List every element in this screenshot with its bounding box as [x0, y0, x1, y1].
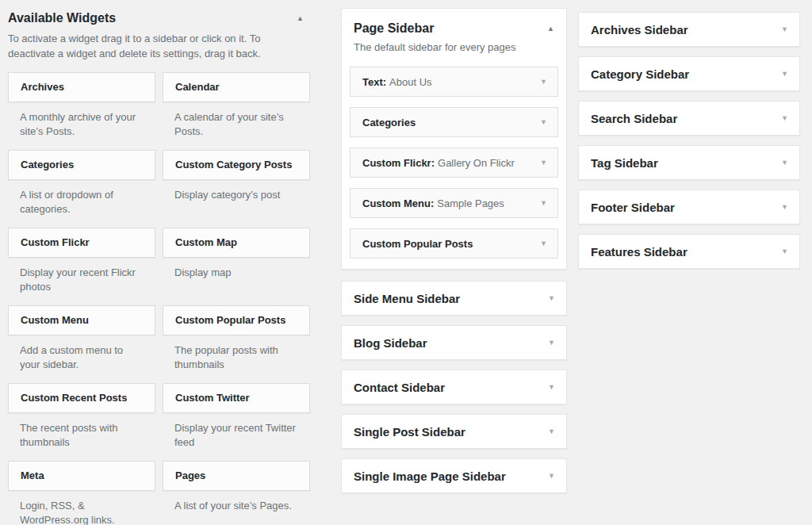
available-widgets-section: Available Widgets ▲ To activate a widget…	[8, 11, 310, 525]
widget-categories-title: Categories	[21, 159, 74, 171]
sidebar-single-post[interactable]: Single Post Sidebar ▼	[341, 414, 567, 449]
sidebar-widget-label: Text:	[362, 76, 386, 88]
sidebar-blog[interactable]: Blog Sidebar ▼	[341, 325, 567, 360]
sidebar-title: Contact Sidebar	[354, 381, 445, 394]
sidebar-title: Footer Sidebar	[591, 201, 675, 214]
widget-archives-title: Archives	[21, 81, 64, 93]
widget-cell-custom-popular-posts: Custom Popular Posts The popular posts w…	[163, 305, 310, 383]
widget-archives-description: A monthly archive of your site’s Posts.	[8, 110, 155, 140]
sidebar-category[interactable]: Category Sidebar ▼	[578, 56, 800, 91]
widget-meta[interactable]: Meta	[8, 461, 155, 491]
page-sidebar-header[interactable]: Page Sidebar ▲	[342, 9, 566, 36]
widget-cell-custom-twitter: Custom Twitter Display your recent Twitt…	[163, 383, 310, 461]
widget-calendar-description: A calendar of your site’s Posts.	[163, 110, 310, 140]
chevron-down-icon[interactable]: ▼	[781, 26, 788, 33]
page-sidebar-panel: Page Sidebar ▲ The default sidebar for e…	[341, 8, 567, 270]
widget-cell-archives: Archives A monthly archive of your site’…	[8, 72, 155, 150]
sidebar-widget-subtitle: About Us	[389, 76, 431, 88]
available-widgets-title: Available Widgets	[8, 11, 116, 25]
widget-custom-recent-posts-description: The recent posts with thumbnails	[8, 421, 155, 450]
chevron-down-icon[interactable]: ▼	[540, 240, 547, 247]
sidebar-title: Features Sidebar	[591, 245, 688, 259]
widget-custom-map-title: Custom Map	[175, 236, 237, 248]
chevron-down-icon[interactable]: ▼	[548, 339, 555, 347]
widget-calendar-title: Calendar	[175, 81, 220, 93]
sidebar-side-menu[interactable]: Side Menu Sidebar ▼	[341, 281, 567, 316]
sidebar-search[interactable]: Search Sidebar ▼	[578, 101, 800, 136]
widget-custom-category-posts[interactable]: Custom Category Posts	[163, 150, 310, 180]
widget-archives[interactable]: Archives	[8, 72, 155, 102]
sidebar-title: Search Sidebar	[591, 112, 677, 125]
available-widgets-grid: Archives A monthly archive of your site’…	[8, 72, 310, 525]
sidebar-widget-custom-menu[interactable]: Custom Menu: Sample Pages ▼	[350, 188, 558, 218]
sidebar-footer[interactable]: Footer Sidebar ▼	[578, 190, 800, 224]
sidebar-title: Single Image Page Sidebar	[354, 469, 506, 483]
widget-custom-recent-posts-title: Custom Recent Posts	[21, 392, 127, 404]
sidebars-column-primary: Page Sidebar ▲ The default sidebar for e…	[341, 8, 567, 503]
widget-custom-flickr[interactable]: Custom Flickr	[8, 228, 155, 258]
widget-cell-custom-map: Custom Map Display map	[163, 228, 310, 305]
sidebar-features[interactable]: Features Sidebar ▼	[578, 234, 800, 269]
widget-categories[interactable]: Categories	[8, 150, 155, 180]
chevron-down-icon[interactable]: ▼	[540, 119, 547, 126]
sidebars-column-secondary: Archives Sidebar ▼ Category Sidebar ▼ Se…	[578, 12, 800, 278]
chevron-down-icon[interactable]: ▼	[781, 204, 788, 211]
sidebar-title: Side Menu Sidebar	[354, 292, 460, 305]
widget-cell-custom-menu: Custom Menu Add a custom menu to your si…	[8, 305, 155, 383]
sidebar-widget-custom-popular-posts[interactable]: Custom Popular Posts ▼	[350, 228, 558, 259]
widget-pages[interactable]: Pages	[163, 461, 310, 491]
chevron-down-icon[interactable]: ▼	[781, 71, 788, 78]
widget-cell-calendar: Calendar A calendar of your site’s Posts…	[163, 72, 310, 150]
widget-custom-flickr-title: Custom Flickr	[21, 236, 90, 248]
widget-meta-title: Meta	[21, 469, 44, 481]
chevron-down-icon[interactable]: ▼	[781, 248, 788, 255]
sidebar-title: Blog Sidebar	[354, 336, 427, 350]
widget-cell-custom-flickr: Custom Flickr Display your recent Flickr…	[8, 228, 155, 305]
widget-custom-menu-description: Add a custom menu to your sidebar.	[8, 343, 155, 373]
sidebar-widget-subtitle: Sample Pages	[437, 197, 504, 209]
sidebar-tag[interactable]: Tag Sidebar ▼	[578, 145, 800, 180]
sidebar-widget-categories[interactable]: Categories ▼	[350, 107, 558, 137]
sidebar-widget-label: Custom Menu:	[362, 197, 434, 209]
widget-calendar[interactable]: Calendar	[163, 72, 310, 102]
sidebar-title: Archives Sidebar	[591, 23, 688, 36]
widget-custom-recent-posts[interactable]: Custom Recent Posts	[8, 383, 155, 413]
chevron-down-icon[interactable]: ▼	[548, 428, 555, 435]
widget-custom-map-description: Display map	[163, 266, 310, 295]
sidebar-widget-subtitle: Gallery On Flickr	[438, 157, 515, 169]
widget-cell-custom-category-posts: Custom Category Posts Display category’s…	[163, 150, 310, 228]
widget-cell-meta: Meta Login, RSS, & WordPress.org links.	[8, 461, 155, 525]
collapse-up-icon[interactable]: ▲	[297, 15, 304, 22]
chevron-down-icon[interactable]: ▼	[781, 115, 788, 122]
collapse-up-icon[interactable]: ▲	[547, 25, 554, 33]
widget-custom-category-posts-description: Display category’s post	[163, 188, 310, 217]
sidebar-title: Category Sidebar	[591, 67, 689, 81]
widget-custom-map[interactable]: Custom Map	[163, 228, 310, 258]
widget-custom-popular-posts-description: The popular posts with thumbnails	[163, 343, 310, 373]
widget-custom-popular-posts[interactable]: Custom Popular Posts	[163, 305, 310, 335]
widget-cell-pages: Pages A list of your site’s Pages.	[163, 461, 310, 525]
chevron-down-icon[interactable]: ▼	[540, 200, 547, 207]
chevron-down-icon[interactable]: ▼	[540, 79, 547, 86]
widget-custom-menu[interactable]: Custom Menu	[8, 305, 155, 335]
widget-categories-description: A list or dropdown of categories.	[8, 188, 155, 217]
chevron-down-icon[interactable]: ▼	[548, 473, 555, 480]
available-widgets-header[interactable]: Available Widgets ▲	[8, 11, 310, 25]
widget-cell-custom-recent-posts: Custom Recent Posts The recent posts wit…	[8, 383, 155, 461]
page-sidebar-widgets: Text: About Us ▼ Categories ▼ Custom Fli…	[342, 53, 566, 259]
sidebar-archives[interactable]: Archives Sidebar ▼	[578, 12, 800, 47]
chevron-down-icon[interactable]: ▼	[540, 159, 547, 167]
page-sidebar-description: The default sidebar for every pages	[342, 36, 566, 53]
widget-pages-description: A list of your site’s Pages.	[163, 499, 310, 525]
sidebar-widget-label: Custom Flickr:	[362, 157, 435, 169]
widget-custom-twitter-title: Custom Twitter	[175, 392, 250, 404]
widget-custom-twitter[interactable]: Custom Twitter	[163, 383, 310, 413]
sidebar-contact[interactable]: Contact Sidebar ▼	[341, 370, 567, 404]
sidebar-single-image-page[interactable]: Single Image Page Sidebar ▼	[341, 458, 567, 493]
sidebar-widget-custom-flickr[interactable]: Custom Flickr: Gallery On Flickr ▼	[350, 148, 558, 178]
widget-custom-flickr-description: Display your recent Flickr photos	[8, 266, 155, 295]
chevron-down-icon[interactable]: ▼	[548, 384, 555, 391]
chevron-down-icon[interactable]: ▼	[548, 295, 555, 302]
chevron-down-icon[interactable]: ▼	[781, 159, 788, 167]
sidebar-widget-text[interactable]: Text: About Us ▼	[350, 67, 558, 97]
